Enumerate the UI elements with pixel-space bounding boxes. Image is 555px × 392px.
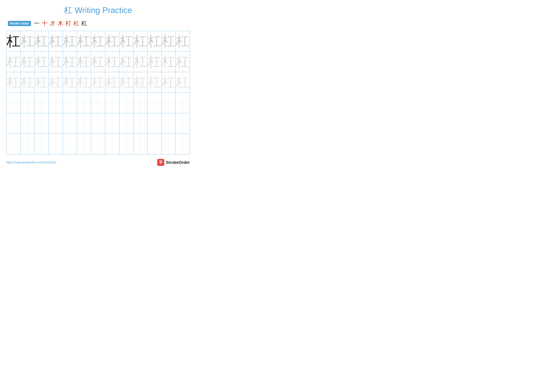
grid-cell: 杠	[35, 72, 49, 93]
grid-cell[interactable]	[175, 113, 190, 134]
grid-cell: 杠	[49, 72, 63, 93]
grid-cell: 杠	[21, 31, 35, 51]
grid-cell: 杠	[35, 51, 49, 72]
char-faint: 杠	[147, 75, 161, 89]
grid-cell[interactable]	[175, 93, 190, 113]
footer-logo-text: StrokeOrder	[166, 160, 190, 165]
grid-cell[interactable]	[35, 134, 49, 154]
grid-cell: 杠	[91, 72, 105, 93]
grid-cell[interactable]	[147, 113, 161, 134]
char-faint: 杠	[77, 75, 91, 89]
grid-cell[interactable]	[133, 134, 147, 154]
grid-cell[interactable]	[49, 134, 63, 154]
char-faint: 杠	[35, 75, 49, 89]
grid-cell[interactable]	[77, 93, 91, 113]
grid-cell[interactable]	[77, 113, 91, 134]
grid-cell[interactable]	[49, 113, 63, 134]
grid-cell[interactable]	[63, 93, 77, 113]
char-faint: 杠	[133, 75, 147, 89]
char-light: 杠	[175, 34, 190, 48]
grid-cell[interactable]	[91, 93, 105, 113]
grid-row-5	[7, 113, 190, 134]
char-faint: 杠	[49, 75, 63, 89]
grid-cell[interactable]	[91, 113, 105, 134]
grid-cell[interactable]	[119, 113, 133, 134]
grid-cell: 杠	[147, 72, 161, 93]
grid-cell[interactable]	[161, 134, 175, 154]
grid-cell: 杠	[63, 51, 77, 72]
char-light: 杠	[119, 34, 133, 48]
char-faint: 杠	[175, 75, 190, 89]
grid-cell[interactable]	[105, 113, 119, 134]
grid-cell[interactable]	[175, 134, 190, 154]
writing-grid: 杠 杠 杠 杠 杠 杠 杠 杠 杠 杠 杠 杠	[6, 31, 190, 155]
grid-cell: 杠	[133, 72, 147, 93]
char-lighter: 杠	[105, 55, 119, 69]
grid-cell[interactable]	[7, 113, 21, 134]
grid-cell[interactable]	[7, 134, 21, 154]
grid-cell[interactable]	[147, 93, 161, 113]
stroke-6: 杠	[73, 20, 79, 27]
grid-cell[interactable]	[105, 93, 119, 113]
grid-cell[interactable]	[161, 93, 175, 113]
char-lighter: 杠	[133, 55, 147, 69]
grid-cell[interactable]	[49, 93, 63, 113]
grid-cell: 杠	[161, 51, 175, 72]
char-light: 杠	[91, 34, 105, 48]
grid-cell[interactable]	[63, 113, 77, 134]
grid-cell[interactable]	[161, 113, 175, 134]
grid-cell: 杠	[7, 72, 21, 93]
grid-cell: 杠	[77, 72, 91, 93]
char-light: 杠	[105, 34, 119, 48]
grid-cell[interactable]	[133, 113, 147, 134]
grid-cell: 杠	[105, 51, 119, 72]
grid-cell: 杠	[49, 31, 63, 51]
char-lighter: 杠	[35, 55, 49, 69]
grid-cell[interactable]	[35, 113, 49, 134]
page-title: 杠 Writing Practice	[6, 5, 190, 16]
grid-cell[interactable]	[147, 134, 161, 154]
grid-cell[interactable]	[119, 93, 133, 113]
grid-cell: 杠	[35, 31, 49, 51]
grid-cell[interactable]	[105, 134, 119, 154]
grid-row-1: 杠 杠 杠 杠 杠 杠 杠 杠 杠 杠 杠 杠	[7, 31, 190, 51]
stroke-7: 杠	[81, 20, 87, 27]
grid-cell: 杠	[49, 51, 63, 72]
char-faint: 杠	[63, 75, 77, 89]
char-light: 杠	[49, 34, 63, 48]
grid-cell[interactable]	[91, 134, 105, 154]
grid-cell: 杠	[161, 31, 175, 51]
char-light: 杠	[63, 34, 77, 48]
char-lighter: 杠	[161, 55, 175, 69]
grid-cell: 杠	[91, 51, 105, 72]
grid-cell[interactable]	[63, 134, 77, 154]
char-lighter: 杠	[21, 55, 35, 69]
grid-cell: 杠	[7, 51, 21, 72]
char-light: 杠	[35, 34, 49, 48]
char-lighter: 杠	[77, 55, 91, 69]
stroke-order-badge: Stroke Order	[8, 21, 31, 26]
grid-cell: 杠	[175, 72, 190, 93]
grid-cell[interactable]	[21, 134, 35, 154]
grid-cell[interactable]	[119, 134, 133, 154]
grid-cell[interactable]	[21, 113, 35, 134]
grid-cell[interactable]	[7, 93, 21, 113]
char-lighter: 杠	[119, 55, 133, 69]
grid-cell: 杠	[147, 31, 161, 51]
char-lighter: 杠	[7, 55, 20, 69]
grid-cell: 杠	[77, 51, 91, 72]
footer-url[interactable]: https://www.strokeorder.com/chinese/杠	[6, 161, 56, 164]
grid-cell[interactable]	[133, 93, 147, 113]
char-lighter: 杠	[49, 55, 63, 69]
footer: https://www.strokeorder.com/chinese/杠 字 …	[6, 159, 190, 166]
grid-cell: 杠	[105, 72, 119, 93]
char-lighter: 杠	[147, 55, 161, 69]
grid-cell: 杠	[21, 51, 35, 72]
char-light: 杠	[77, 34, 91, 48]
grid-cell: 杠	[63, 31, 77, 51]
grid-cell[interactable]	[77, 134, 91, 154]
grid-cell: 杠	[105, 31, 119, 51]
grid-cell: 杠	[175, 31, 190, 51]
grid-cell[interactable]	[35, 93, 49, 113]
grid-cell[interactable]	[21, 93, 35, 113]
